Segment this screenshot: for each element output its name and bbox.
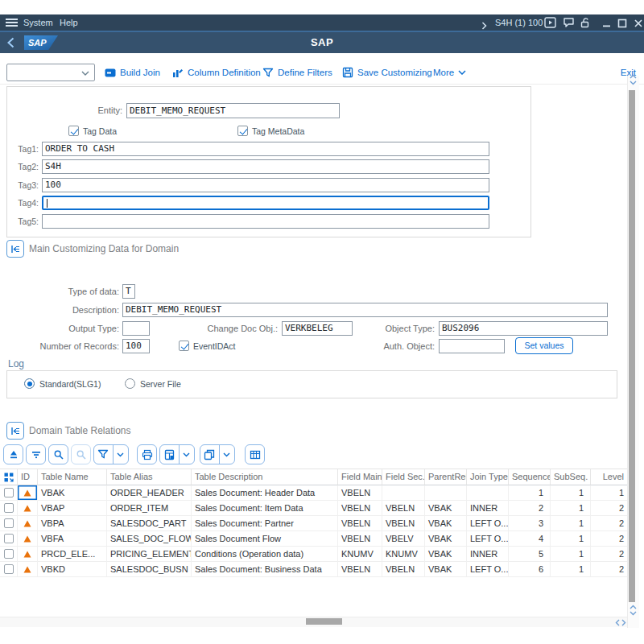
cell-field-main: VBELN [338,516,382,531]
scroll-down-icon[interactable] [630,80,637,85]
minimize-icon[interactable] [602,17,614,28]
maximize-icon[interactable] [617,17,630,28]
scroll-left-icon[interactable] [615,619,620,626]
log-standard-radio[interactable] [24,378,35,389]
row-select-checkbox[interactable] [0,547,18,562]
tag1-input[interactable]: ORDER TO CASH [42,142,489,156]
filter-split-button[interactable] [93,444,129,464]
col-header-parentrel[interactable]: ParentRel [425,469,467,485]
warning-triangle-icon[interactable] [18,501,38,516]
auth-object-input[interactable] [439,339,505,353]
col-header-table-alias[interactable]: Table Alias [107,469,192,485]
chevron-right-icon[interactable] [481,19,493,30]
save-customizing-button[interactable]: Save Customizing [342,64,432,81]
type-of-data-input[interactable]: T [122,284,135,299]
col-header-sequence[interactable]: Sequence [509,469,551,485]
menu-help[interactable]: Help [60,14,78,31]
table-row[interactable]: VBAPORDER_ITEMSales Document: Item DataV… [0,501,631,516]
sort-descending-button[interactable] [26,444,46,464]
application-toolbar: Build Join Column Definition Define Filt… [0,53,644,85]
tag2-input[interactable]: S4H [42,159,489,174]
entity-input[interactable]: DEBIT_MEMO_REQUEST [126,103,340,118]
select-all-icon[interactable] [0,469,18,485]
cell-subseq: 1 [551,516,591,531]
table-settings-button[interactable] [245,444,265,464]
cell-level: 1 [591,485,631,501]
export-spreadsheet-icon[interactable] [160,445,180,464]
export-menu-chevron-icon[interactable] [180,445,194,464]
warning-triangle-icon[interactable] [18,485,38,501]
cell-level: 2 [591,531,631,547]
output-type-label: Output Type: [32,321,119,336]
log-server-file-radio[interactable] [125,378,135,389]
collapse-section-button[interactable] [6,240,24,258]
output-type-input[interactable] [122,321,150,336]
filter-menu-chevron-icon[interactable] [114,445,128,464]
row-select-checkbox[interactable] [0,531,18,547]
row-select-checkbox[interactable] [0,501,18,516]
tag4-label: Tag4: [11,196,39,210]
scroll-up-bottom-icon[interactable] [630,605,637,609]
col-header-id[interactable]: ID [18,469,38,485]
tag4-input[interactable] [42,196,489,210]
description-input[interactable]: DEBIT_MEMO_REQUEST [122,303,608,317]
export-split-button[interactable] [159,444,195,464]
sort-ascending-button[interactable] [3,444,23,464]
table-row[interactable]: PRCD_ELE...PRICING_ELEMENTSConditions (O… [0,547,631,562]
warning-triangle-icon[interactable] [18,531,38,547]
column-definition-button[interactable]: Column Definition [172,64,261,81]
tag-data-checkbox[interactable] [68,126,79,136]
row-select-checkbox[interactable] [0,516,18,531]
scroll-right-icon[interactable] [621,619,626,626]
eventid-act-checkbox[interactable] [179,341,189,351]
variant-combobox[interactable] [6,64,95,81]
tag5-input[interactable] [42,214,489,229]
row-select-checkbox[interactable] [0,485,18,501]
messages-icon[interactable] [563,17,575,28]
menu-system[interactable]: System [23,14,53,31]
cell-parent-rel: VBAK [425,531,467,547]
cell-level: 2 [591,501,631,516]
scroll-up-icon[interactable] [630,74,637,79]
find-button[interactable] [48,444,68,464]
scroll-down-bottom-icon[interactable] [630,611,637,616]
warning-triangle-icon[interactable] [18,516,38,531]
print-button[interactable] [137,444,157,464]
horizontal-scrollbar-thumb[interactable] [306,618,342,625]
table-row[interactable]: VBKDSALESDOC_BUSNSales Document: Busines… [0,562,631,577]
col-header-subseq[interactable]: SubSeq. [551,469,591,485]
tag1-label: Tag1: [11,142,39,156]
tag-metadata-checkbox[interactable] [237,126,248,136]
col-header-table-name[interactable]: Table Name [38,469,107,485]
more-button[interactable]: More [433,64,466,81]
table-row[interactable]: VBPASALESDOC_PARTSales Document: Partner… [0,516,631,531]
find-next-button[interactable] [71,444,91,464]
warning-triangle-icon[interactable] [18,562,38,577]
unlock-icon[interactable] [580,17,592,28]
tag3-input[interactable]: 100 [42,178,489,192]
collapse-relations-button[interactable] [6,422,24,440]
table-row[interactable]: VBAKORDER_HEADERSales Document: Header D… [0,485,631,501]
number-of-records-input[interactable]: 100 [122,339,150,353]
object-type-input[interactable]: BUS2096 [439,321,608,336]
table-row[interactable]: VBFASALES_DOC_FLOWSales Document FlowVBE… [0,531,631,547]
vertical-scrollbar-thumb[interactable] [629,90,635,602]
change-doc-obj-input[interactable]: VERKBELEG [282,321,353,336]
col-header-field-main[interactable]: Field Main [338,469,382,485]
row-select-checkbox[interactable] [0,562,18,577]
col-header-field-sec[interactable]: Field Sec. [382,469,425,485]
gui-services-icon[interactable] [544,17,556,28]
set-values-button[interactable]: Set values [515,337,573,354]
col-header-table-description[interactable]: Table Description [192,469,338,485]
define-filters-button[interactable]: Define Filters [262,64,332,81]
views-menu-chevron-icon[interactable] [220,445,234,464]
close-icon[interactable] [634,17,644,28]
build-join-button[interactable]: Build Join [105,64,160,81]
hamburger-menu-icon[interactable] [6,19,18,27]
views-split-button[interactable] [200,444,235,464]
warning-triangle-icon[interactable] [18,547,38,562]
filter-icon[interactable] [94,445,114,464]
col-header-level[interactable]: Level [591,469,631,485]
col-header-join-type[interactable]: Join Type [467,469,509,485]
copy-icon[interactable] [200,445,220,464]
